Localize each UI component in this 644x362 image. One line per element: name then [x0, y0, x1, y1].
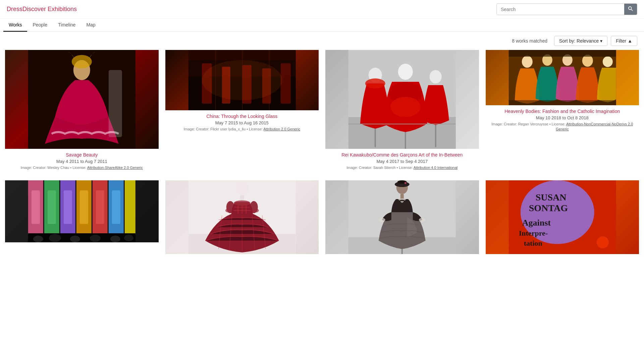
work-credit-4: Image: Creator: Regan Vercruysse • Licen… [486, 122, 639, 132]
work-card-2: China: Through the Looking Glass May 7 2… [164, 50, 321, 180]
brand-logo[interactable]: DressDiscover Exhibitions [7, 6, 77, 13]
svg-point-76 [379, 218, 385, 222]
svg-point-4 [72, 55, 92, 68]
svg-rect-57 [96, 190, 104, 224]
svg-rect-29 [435, 125, 436, 147]
work-dates-1: May 4 2011 to Aug 7 2011 [5, 159, 159, 164]
svg-point-86 [596, 236, 608, 248]
svg-point-47 [33, 236, 43, 242]
svg-point-0 [629, 7, 632, 10]
work-license-link-4[interactable]: Attribution-NonCommercial-NoDerivs 2.0 G… [556, 122, 633, 131]
work-image-2[interactable] [165, 50, 319, 110]
work-card-5 [3, 180, 160, 267]
china-image [165, 50, 319, 110]
susan-sontag-image: SUSAN SONTAG Against Interpre- tation [486, 180, 639, 254]
svg-rect-53 [32, 190, 40, 224]
svg-rect-55 [64, 190, 72, 224]
work-credit-2: Image: Creator: Flickr user lydia_x_liu … [165, 127, 319, 132]
work-title-1: Savage Beauty [5, 152, 159, 158]
savage-beauty-image [5, 50, 159, 149]
sort-button[interactable]: Sort by: Relevance ▾ [554, 36, 607, 46]
work-card-6 [164, 180, 321, 267]
svg-rect-15 [215, 50, 216, 110]
work-card-4: Heavenly Bodies: Fashion and the Catholi… [484, 50, 641, 180]
work-card-7 [324, 180, 481, 267]
svg-point-25 [430, 70, 442, 83]
search-input[interactable] [497, 4, 624, 15]
work-title-link-1[interactable]: Savage Beauty [66, 152, 98, 158]
work-license-link-2[interactable]: Attribution 2.0 Generic [264, 127, 300, 131]
works-grid: Savage Beauty May 4 2011 to Aug 7 2011 I… [0, 50, 644, 274]
filter-button[interactable]: Filter ▲ [611, 36, 637, 46]
work-title-link-2[interactable]: China: Through the Looking Glass [206, 114, 277, 119]
search-button[interactable] [624, 4, 637, 15]
work-title-3: Rei Kawakubo/Comme des Garçons Art of th… [325, 152, 479, 158]
svg-rect-36 [508, 50, 616, 57]
work-image-5[interactable] [5, 180, 159, 242]
work-image-3[interactable] [325, 50, 479, 149]
svg-point-31 [522, 56, 532, 68]
svg-text:SONTAG: SONTAG [529, 203, 568, 213]
nav-tabs: Works People Timeline Map [0, 19, 644, 32]
work-image-8[interactable]: SUSAN SONTAG Against Interpre- tation [486, 180, 639, 254]
svg-text:tation: tation [524, 239, 542, 247]
toolbar: 8 works matched Sort by: Relevance ▾ Fil… [0, 32, 644, 50]
svg-point-63 [233, 200, 250, 206]
work-dates-4: May 10 2018 to Oct 8 2018 [486, 115, 639, 120]
svg-rect-27 [375, 129, 376, 147]
tab-works[interactable]: Works [3, 19, 27, 32]
work-credit-3: Image: Creator: Sarah Stierch • License:… [325, 165, 479, 170]
svg-point-51 [110, 236, 120, 242]
svg-point-50 [90, 235, 101, 242]
svg-text:Interpre-: Interpre- [519, 229, 547, 237]
work-image-4[interactable] [486, 50, 639, 105]
gray-dress-image [325, 180, 479, 254]
svg-rect-45 [125, 180, 136, 234]
work-card-3: Rei Kawakubo/Comme des Garçons Art of th… [324, 50, 481, 180]
tab-people[interactable]: People [27, 19, 53, 32]
svg-rect-5 [109, 70, 122, 137]
svg-rect-58 [112, 190, 120, 224]
work-title-link-4[interactable]: Heavenly Bodies: Fashion and the Catholi… [504, 109, 620, 114]
svg-point-49 [70, 236, 80, 242]
svg-point-61 [236, 182, 248, 195]
work-license-link-3[interactable]: Attribution 4.0 International [414, 166, 458, 170]
work-card-8: SUSAN SONTAG Against Interpre- tation [484, 180, 641, 267]
svg-line-1 [631, 9, 633, 11]
work-license-link-1[interactable]: Attribution-ShareAlike 2.0 Generic [87, 166, 143, 170]
work-image-1[interactable] [5, 50, 159, 149]
svg-rect-16 [242, 50, 243, 110]
work-dates-2: May 7 2015 to Aug 16 2015 [165, 120, 319, 125]
work-title-4: Heavenly Bodies: Fashion and the Catholi… [486, 109, 639, 114]
svg-point-21 [365, 78, 385, 88]
tab-map[interactable]: Map [81, 19, 101, 32]
svg-text:Against: Against [522, 218, 551, 228]
work-title-link-3[interactable]: Rei Kawakubo/Comme des Garçons Art of th… [341, 152, 463, 158]
svg-rect-17 [269, 50, 269, 110]
work-dates-3: May 4 2017 to Sep 4 2017 [325, 159, 479, 164]
svg-rect-75 [400, 194, 404, 199]
svg-point-52 [124, 235, 133, 241]
svg-point-74 [405, 182, 407, 184]
rei-image [325, 50, 479, 149]
svg-rect-54 [48, 190, 56, 224]
svg-point-67 [252, 208, 259, 213]
work-title-2: China: Through the Looking Glass [165, 114, 319, 119]
work-credit-1: Image: Creator: Wesley Chau • License: A… [5, 165, 159, 170]
svg-text:SUSAN: SUSAN [535, 192, 566, 202]
search-container [496, 3, 637, 15]
header: DressDiscover Exhibitions [0, 0, 644, 19]
work-card-1: Savage Beauty May 4 2011 to Aug 7 2011 I… [3, 50, 160, 180]
svg-point-77 [419, 218, 426, 222]
svg-rect-78 [401, 249, 403, 254]
svg-point-22 [398, 64, 413, 80]
works-count: 8 works matched [512, 38, 547, 44]
work-image-6[interactable] [165, 180, 319, 254]
svg-rect-28 [405, 132, 406, 149]
svg-point-66 [225, 208, 232, 213]
tab-timeline[interactable]: Timeline [53, 19, 81, 32]
svg-rect-56 [80, 190, 88, 224]
svg-rect-26 [348, 124, 456, 124]
work-image-7[interactable] [325, 180, 479, 254]
svg-point-48 [49, 234, 61, 242]
